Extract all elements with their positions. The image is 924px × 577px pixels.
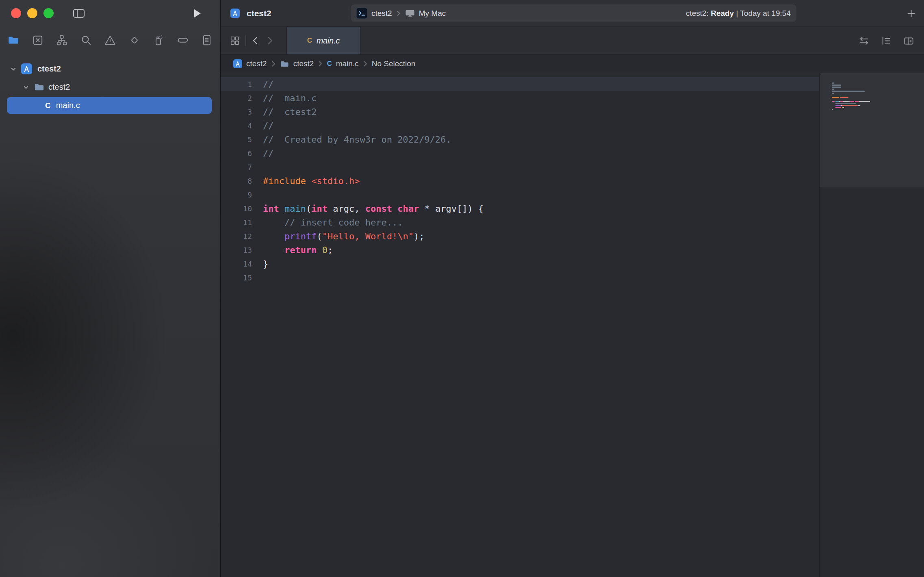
- split-editor-icon[interactable]: [903, 35, 914, 46]
- scheme-target[interactable]: ctest2: [371, 9, 392, 18]
- code-line[interactable]: 7: [221, 160, 819, 174]
- line-number[interactable]: 14: [221, 260, 252, 268]
- code-line[interactable]: 11 // insert code here...: [221, 215, 819, 229]
- window-title: ctest2: [247, 9, 271, 18]
- code-line[interactable]: 12 printf("Hello, World!\n");: [221, 229, 819, 243]
- tab-bar-controls: [230, 35, 274, 46]
- line-number[interactable]: 3: [221, 108, 252, 116]
- jumpbar-selection[interactable]: No Selection: [372, 59, 416, 68]
- source-control-navigator-icon[interactable]: [31, 33, 45, 47]
- line-text: // insert code here...: [263, 217, 403, 228]
- debug-navigator-icon[interactable]: [152, 33, 165, 47]
- line-number[interactable]: 12: [221, 232, 252, 241]
- line-text: // main.c: [263, 93, 317, 103]
- code-lines[interactable]: 1//2// main.c3// ctest24//5// Created by…: [221, 73, 819, 577]
- close-button[interactable]: [11, 8, 21, 18]
- swap-arrows-icon[interactable]: [859, 35, 870, 46]
- xcode-project-icon: [230, 9, 240, 18]
- chevron-right-icon: [396, 10, 401, 16]
- activity-view: ctest2 My Mac ctest2: Ready | Today at 1…: [351, 4, 796, 22]
- line-text: return 0;: [263, 245, 333, 255]
- c-file-icon: C: [327, 60, 332, 68]
- back-chevron-icon[interactable]: [251, 36, 260, 46]
- sidebar-titlebar: [0, 0, 220, 26]
- line-number[interactable]: 5: [221, 135, 252, 144]
- scheme-destination[interactable]: My Mac: [419, 9, 446, 18]
- tab-bar: C main.c: [221, 27, 924, 55]
- disclosure-chevron-icon[interactable]: [10, 65, 17, 73]
- line-text: //: [263, 79, 274, 89]
- code-line[interactable]: 4//: [221, 119, 819, 132]
- code-line[interactable]: 5// Created by 4nsw3r on 2022/9/26.: [221, 132, 819, 146]
- sidebar: ctest2 ctest2 C main.c: [0, 0, 221, 577]
- line-text: // ctest2: [263, 107, 317, 117]
- traffic-lights: [11, 8, 54, 18]
- jumpbar-group[interactable]: ctest2: [293, 59, 314, 68]
- titlebar: ctest2 ctest2 My Mac ctest2: Ready | Tod…: [221, 0, 924, 27]
- run-button[interactable]: [192, 8, 202, 19]
- code-line[interactable]: 2// main.c: [221, 91, 819, 105]
- build-status: ctest2: Ready | Today at 19:54: [686, 9, 791, 18]
- plus-icon[interactable]: [907, 9, 916, 18]
- jump-bar: ctest2 ctest2 C main.c No Selection: [221, 55, 924, 73]
- zoom-button[interactable]: [43, 8, 54, 18]
- find-navigator-icon[interactable]: [79, 33, 93, 47]
- minimap[interactable]: [819, 73, 924, 577]
- line-number[interactable]: 13: [221, 246, 252, 254]
- issue-navigator-icon[interactable]: [103, 33, 117, 47]
- navigator-strip: [0, 26, 220, 54]
- project-navigator-icon[interactable]: [7, 33, 20, 47]
- line-number[interactable]: 11: [221, 218, 252, 227]
- project-label: ctest2: [37, 64, 61, 74]
- test-navigator-icon[interactable]: [128, 33, 141, 47]
- folder-icon: [34, 82, 45, 93]
- code-line[interactable]: 1//: [221, 77, 819, 91]
- jumpbar-project[interactable]: ctest2: [246, 59, 267, 68]
- line-number[interactable]: 2: [221, 94, 252, 102]
- code-line[interactable]: 15: [221, 271, 819, 284]
- breakpoint-navigator-icon[interactable]: [176, 33, 190, 47]
- line-number[interactable]: 8: [221, 177, 252, 185]
- minimize-button[interactable]: [27, 8, 37, 18]
- forward-chevron-icon[interactable]: [265, 36, 274, 46]
- code-line[interactable]: 8#include <stdio.h>: [221, 174, 819, 188]
- line-number[interactable]: 15: [221, 273, 252, 282]
- line-number[interactable]: 6: [221, 149, 252, 158]
- editor-options: [859, 35, 914, 46]
- code-line[interactable]: 10int main(int argc, const char * argv[]…: [221, 202, 819, 215]
- code-line[interactable]: 6//: [221, 146, 819, 160]
- mac-destination-icon[interactable]: [405, 9, 415, 18]
- toggle-sidebar-icon[interactable]: [72, 8, 85, 19]
- line-text: // Created by 4nsw3r on 2022/9/26.: [263, 134, 451, 145]
- tree-row-group[interactable]: ctest2: [0, 78, 220, 96]
- chevron-right-icon: [318, 61, 323, 67]
- main-area: ctest2 ctest2 My Mac ctest2: Ready | Tod…: [221, 0, 924, 577]
- folder-icon: [280, 59, 289, 69]
- terminal-scheme-icon[interactable]: [356, 8, 367, 19]
- minimap-lines: [832, 82, 870, 113]
- code-line[interactable]: 3// ctest2: [221, 105, 819, 119]
- line-number[interactable]: 9: [221, 191, 252, 199]
- line-number[interactable]: 7: [221, 163, 252, 171]
- code-line[interactable]: 13 return 0;: [221, 243, 819, 257]
- line-text: //: [263, 121, 274, 131]
- tree-row-project[interactable]: ctest2: [0, 60, 220, 78]
- editor-area: 1//2// main.c3// ctest24//5// Created by…: [221, 73, 924, 577]
- code-line[interactable]: 9: [221, 188, 819, 202]
- symbol-navigator-icon[interactable]: [55, 33, 69, 47]
- c-file-icon: C: [45, 101, 51, 110]
- line-text: printf("Hello, World!\n");: [263, 231, 424, 241]
- divider: [245, 35, 246, 46]
- tab-main-c[interactable]: C main.c: [286, 27, 360, 54]
- tree-row-file-selected[interactable]: C main.c: [7, 97, 212, 114]
- group-label: ctest2: [48, 82, 70, 92]
- report-navigator-icon[interactable]: [200, 33, 214, 47]
- code-line[interactable]: 14}: [221, 257, 819, 271]
- jumpbar-file[interactable]: main.c: [336, 59, 359, 68]
- editor-grid-icon[interactable]: [230, 35, 240, 46]
- line-number[interactable]: 10: [221, 204, 252, 213]
- line-number[interactable]: 1: [221, 80, 252, 89]
- disclosure-chevron-icon[interactable]: [22, 84, 30, 91]
- minimap-list-icon[interactable]: [881, 35, 892, 46]
- line-number[interactable]: 4: [221, 121, 252, 130]
